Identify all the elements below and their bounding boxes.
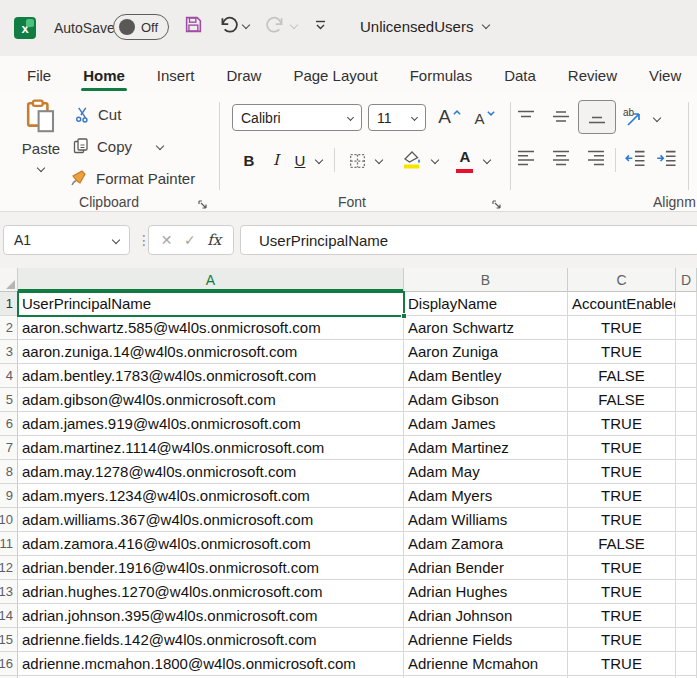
formula-input[interactable]: UserPrincipalName	[240, 225, 697, 255]
font-size-select[interactable]: 11	[368, 104, 426, 131]
column-header-C[interactable]: C	[568, 268, 676, 292]
cell-D9[interactable]	[676, 484, 697, 508]
row-header-16[interactable]: 16	[0, 652, 18, 676]
cell-D16[interactable]	[676, 652, 697, 676]
row-header-15[interactable]: 15	[0, 628, 18, 652]
fill-color-dropdown-icon[interactable]	[431, 156, 439, 164]
tab-file[interactable]: File	[11, 56, 67, 94]
cell-A4[interactable]: adam.bentley.1783@w4l0s.onmicrosoft.com	[18, 364, 404, 388]
increase-font-size-button[interactable]: A	[434, 104, 466, 130]
name-box[interactable]: A1	[3, 225, 130, 255]
cell-D4[interactable]	[676, 364, 697, 388]
cell-B14[interactable]: Adrian Johnson	[404, 604, 568, 628]
italic-button[interactable]: I	[264, 146, 288, 174]
save-button[interactable]	[184, 15, 203, 34]
cell-B1[interactable]: DisplayName	[404, 292, 568, 316]
cell-A2[interactable]: aaron.schwartz.585@w4l0s.onmicrosoft.com	[18, 316, 404, 340]
cell-D14[interactable]	[676, 604, 697, 628]
cell-A14[interactable]: adrian.johnson.395@w4l0s.onmicrosoft.com	[18, 604, 404, 628]
bold-button[interactable]: B	[236, 146, 262, 174]
row-header-10[interactable]: 10	[0, 508, 18, 532]
workbook-title[interactable]: UnlicensedUsers	[360, 18, 489, 35]
cell-B13[interactable]: Adrian Hughes	[404, 580, 568, 604]
tab-insert[interactable]: Insert	[141, 56, 211, 94]
align-bottom-button[interactable]	[578, 100, 616, 134]
undo-dropdown-icon[interactable]	[242, 21, 250, 29]
cell-C4[interactable]: FALSE	[568, 364, 676, 388]
align-middle-button[interactable]	[548, 106, 574, 128]
row-header-5[interactable]: 5	[0, 388, 18, 412]
cell-B8[interactable]: Adam May	[404, 460, 568, 484]
cell-B11[interactable]: Adam Zamora	[404, 532, 568, 556]
paste-button[interactable]: Paste	[14, 98, 68, 190]
cell-A6[interactable]: adam.james.919@w4l0s.onmicrosoft.com	[18, 412, 404, 436]
cell-B4[interactable]: Adam Bentley	[404, 364, 568, 388]
row-header-11[interactable]: 11	[0, 532, 18, 556]
cell-D3[interactable]	[676, 340, 697, 364]
clipboard-dialog-launcher[interactable]	[197, 196, 209, 208]
cell-B16[interactable]: Adrienne Mcmahon	[404, 652, 568, 676]
row-header-12[interactable]: 12	[0, 556, 18, 580]
cancel-icon[interactable]: ✕	[161, 232, 173, 248]
cell-C6[interactable]: TRUE	[568, 412, 676, 436]
row-header-9[interactable]: 9	[0, 484, 18, 508]
cell-A9[interactable]: adam.myers.1234@w4l0s.onmicrosoft.com	[18, 484, 404, 508]
row-header-2[interactable]: 2	[0, 316, 18, 340]
tab-draw[interactable]: Draw	[210, 56, 277, 94]
insert-function-icon[interactable]: fx	[207, 231, 221, 249]
font-name-select[interactable]: Calibri	[232, 104, 362, 131]
align-left-button[interactable]	[513, 146, 539, 170]
cell-C5[interactable]: FALSE	[568, 388, 676, 412]
cell-C3[interactable]: TRUE	[568, 340, 676, 364]
row-header-3[interactable]: 3	[0, 340, 18, 364]
row-header-13[interactable]: 13	[0, 580, 18, 604]
cut-button[interactable]: Cut	[74, 102, 121, 126]
customize-quick-access-button[interactable]	[314, 20, 327, 31]
cell-C8[interactable]: TRUE	[568, 460, 676, 484]
cell-D15[interactable]	[676, 628, 697, 652]
row-header-1[interactable]: 1	[0, 292, 18, 316]
cell-B3[interactable]: Aaron Zuniga	[404, 340, 568, 364]
underline-button[interactable]: U	[289, 146, 311, 174]
cell-B6[interactable]: Adam James	[404, 412, 568, 436]
tab-review[interactable]: Review	[552, 56, 633, 94]
format-painter-button[interactable]: Format Painter	[70, 166, 195, 190]
row-header-8[interactable]: 8	[0, 460, 18, 484]
decrease-indent-button[interactable]	[621, 146, 649, 170]
tab-formulas[interactable]: Formulas	[394, 56, 489, 94]
excel-logo-icon[interactable]: x	[14, 17, 36, 39]
cell-D6[interactable]	[676, 412, 697, 436]
borders-button[interactable]	[343, 146, 371, 174]
copy-dropdown-icon[interactable]	[156, 142, 164, 150]
select-all-corner[interactable]	[0, 268, 18, 292]
cell-A12[interactable]: adrian.bender.1916@w4l0s.onmicrosoft.com	[18, 556, 404, 580]
cell-D8[interactable]	[676, 460, 697, 484]
orientation-dropdown-icon[interactable]	[653, 114, 661, 122]
cell-A16[interactable]: adrienne.mcmahon.1800@w4l0s.onmicrosoft.…	[18, 652, 404, 676]
fill-color-button[interactable]	[398, 144, 426, 174]
cell-D2[interactable]	[676, 316, 697, 340]
cell-A10[interactable]: adam.williams.367@w4l0s.onmicrosoft.com	[18, 508, 404, 532]
cell-A5[interactable]: adam.gibson@w4l0s.onmicrosoft.com	[18, 388, 404, 412]
tab-home[interactable]: Home	[67, 56, 141, 94]
paste-dropdown-icon[interactable]	[37, 164, 45, 172]
decrease-font-size-button[interactable]: A	[470, 106, 500, 130]
cell-C11[interactable]: FALSE	[568, 532, 676, 556]
orientation-button[interactable]: ab	[620, 104, 648, 130]
cell-A1[interactable]: UserPrincipalName	[18, 292, 404, 316]
align-top-button[interactable]	[513, 106, 539, 128]
column-header-A[interactable]: A	[18, 268, 404, 292]
font-color-button[interactable]: A	[452, 144, 478, 174]
cell-C12[interactable]: TRUE	[568, 556, 676, 580]
cell-A15[interactable]: adrienne.fields.142@w4l0s.onmicrosoft.co…	[18, 628, 404, 652]
cell-C2[interactable]: TRUE	[568, 316, 676, 340]
underline-dropdown-icon[interactable]	[315, 156, 323, 164]
cell-D10[interactable]	[676, 508, 697, 532]
cell-A13[interactable]: adrian.hughes.1270@w4l0s.onmicrosoft.com	[18, 580, 404, 604]
align-right-button[interactable]	[583, 146, 609, 170]
borders-dropdown-icon[interactable]	[375, 156, 383, 164]
cell-B5[interactable]: Adam Gibson	[404, 388, 568, 412]
tab-data[interactable]: Data	[488, 56, 552, 94]
column-header-D[interactable]: D	[676, 268, 697, 292]
column-header-B[interactable]: B	[404, 268, 568, 292]
